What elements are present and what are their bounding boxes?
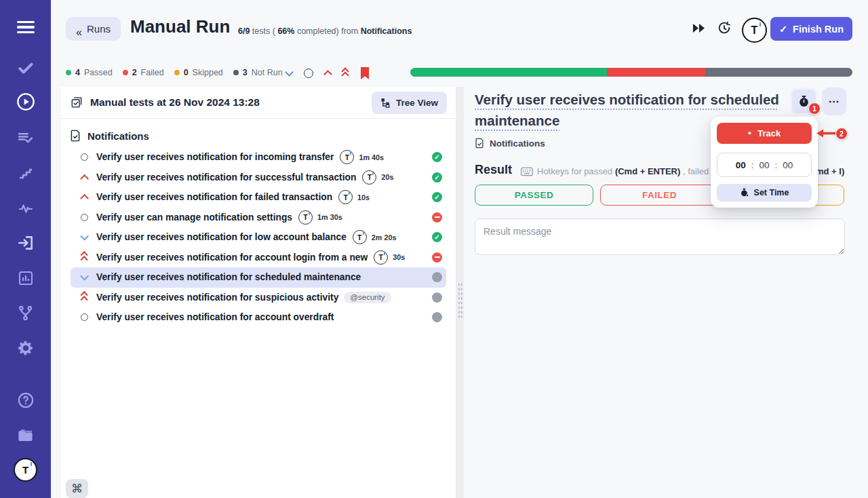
play-circle-icon — [16, 92, 35, 111]
count-passed[interactable]: 4Passed — [66, 68, 113, 77]
count-failed[interactable]: 2Failed — [123, 68, 164, 77]
status-passed-icon — [432, 172, 442, 183]
priority-normal-filter-icon[interactable] — [304, 69, 313, 78]
priority-low-icon — [80, 272, 88, 280]
test-duration: 1m 30s — [317, 213, 342, 221]
sidebar-item-branches[interactable] — [0, 299, 51, 326]
test-row-7-selected[interactable]: Verify user receives notification for sc… — [71, 267, 446, 288]
check-icon: ✓ — [779, 24, 787, 35]
timer-seconds[interactable]: 00 — [783, 160, 793, 170]
document-check-icon — [70, 130, 81, 142]
failed-button[interactable]: FAILED — [600, 185, 719, 206]
test-rows: Verify user receives notification for in… — [61, 147, 456, 328]
testomat-logo-icon: T — [298, 210, 313, 225]
check-icon — [17, 59, 35, 77]
test-duration: 10s — [357, 193, 370, 202]
help-icon — [17, 391, 35, 409]
result-message-container — [475, 218, 845, 258]
sidebar-item-runs[interactable] — [0, 88, 51, 115]
priority-low-icon — [80, 232, 88, 240]
priority-high-filter-icon[interactable] — [323, 70, 332, 79]
hotkeys-command-button[interactable]: ⌘ — [66, 479, 88, 498]
test-duration: 1m 40s — [359, 153, 384, 161]
priority-low-filter-icon[interactable] — [285, 68, 294, 77]
timer-minutes[interactable]: 00 — [759, 160, 769, 170]
app-window: T « Runs Manual Run 6/9 tests ( 66% comp… — [0, 0, 868, 498]
test-row-3[interactable]: Verify user receives notification for fa… — [71, 187, 446, 208]
priority-normal-icon — [81, 214, 88, 221]
tree-view-button[interactable]: Tree View — [372, 92, 447, 114]
test-title: Verify user receives notification for su… — [96, 172, 356, 183]
tree-view-icon — [380, 98, 391, 108]
priority-high-icon — [80, 194, 88, 202]
count-skipped[interactable]: 0Skipped — [174, 68, 223, 77]
sidebar-item-import[interactable] — [0, 229, 51, 256]
failed-dot-icon — [123, 70, 128, 75]
back-to-runs-button[interactable]: « Runs — [66, 17, 121, 41]
track-label: Track — [757, 128, 781, 138]
suite-group-row[interactable]: Notifications — [61, 127, 456, 145]
sidebar-item-logo[interactable]: T — [0, 456, 51, 483]
result-heading: Result — [475, 163, 512, 177]
breadcrumb[interactable]: Notifications — [475, 138, 545, 149]
fast-forward-icon — [692, 24, 705, 33]
priority-important-filter-icon[interactable] — [342, 69, 348, 77]
sidebar-item-settings[interactable] — [0, 334, 51, 362]
command-icon: ⌘ — [71, 482, 83, 495]
sidebar-item-pulse[interactable] — [0, 195, 51, 222]
sidebar-item-help[interactable] — [0, 387, 51, 414]
hotkeys-hint: Hotkeys for passed (Cmd + ENTER) , faile… — [521, 166, 709, 176]
test-title: Verify user receives notification for su… — [96, 292, 338, 303]
test-row-9[interactable]: Verify user receives notification for ac… — [71, 307, 446, 328]
clipboard-check-icon — [70, 96, 83, 109]
retry-timer-icon — [717, 20, 732, 35]
panel-divider — [456, 87, 464, 498]
status-passed-icon — [432, 192, 442, 202]
test-title: Verify user can manage notification sett… — [96, 212, 292, 223]
set-time-button[interactable]: Set Time — [717, 184, 812, 202]
priority-normal-icon — [81, 153, 88, 161]
back-to-runs-label: Runs — [87, 23, 111, 35]
timer-hours[interactable]: 00 — [736, 160, 746, 170]
hamburger-icon — [17, 21, 35, 33]
folder-icon — [16, 426, 35, 444]
more-options-button[interactable]: ⋯ — [822, 88, 846, 115]
sidebar-item-tests[interactable] — [0, 54, 51, 81]
security-tag[interactable]: @security — [344, 292, 391, 303]
status-not-run-icon — [432, 292, 442, 303]
test-row-6[interactable]: Verify user receives notification for ac… — [71, 248, 446, 268]
steps-icon — [18, 165, 34, 181]
bookmark-filter-icon[interactable] — [359, 67, 370, 79]
sidebar-item-projects[interactable] — [0, 421, 51, 448]
test-row-2[interactable]: Verify user receives notification for su… — [71, 168, 446, 188]
test-row-5[interactable]: Verify user receives notification for lo… — [71, 227, 446, 248]
track-button[interactable]: ● Track — [717, 123, 812, 144]
test-list-header: Manual tests at 26 Nov 2024 13:28 Tree V… — [61, 87, 456, 119]
sidebar-item-reports[interactable] — [0, 265, 51, 292]
test-row-8[interactable]: Verify user receives notification for su… — [71, 288, 446, 308]
timer-display[interactable]: 00 : 00 : 00 — [717, 153, 812, 177]
testomat-logo-icon: T — [338, 190, 353, 204]
test-row-4[interactable]: Verify user can manage notification sett… — [71, 208, 446, 228]
status-failed-icon — [432, 252, 442, 263]
result-message-input[interactable] — [475, 218, 845, 255]
menu-button[interactable] — [0, 14, 51, 41]
count-not-run[interactable]: 3Not Run — [233, 68, 283, 77]
testomat-logo-icon: T — [14, 458, 37, 482]
test-row-1[interactable]: Verify user receives notification for in… — [71, 147, 446, 168]
timer-history-button[interactable] — [717, 20, 732, 38]
status-not-run-icon — [432, 272, 442, 282]
sidebar-item-milestones[interactable] — [0, 159, 51, 187]
fast-forward-button[interactable] — [692, 23, 705, 35]
passed-button[interactable]: PASSED — [475, 185, 593, 206]
finish-run-button[interactable]: ✓ Finish Run — [770, 17, 852, 41]
test-duration: 2m 20s — [372, 233, 397, 242]
test-title: Verify user receives notification for fa… — [96, 192, 332, 202]
account-logo-icon[interactable]: T — [742, 18, 767, 43]
record-dot-icon: ● — [748, 130, 751, 136]
page-title: Manual Run — [130, 16, 230, 37]
run-title: Manual tests at 26 Nov 2024 13:28 — [90, 96, 260, 109]
progress-failed-segment — [607, 68, 705, 77]
sidebar-item-plans[interactable] — [0, 124, 51, 151]
divider-drag-handle[interactable] — [458, 282, 462, 318]
